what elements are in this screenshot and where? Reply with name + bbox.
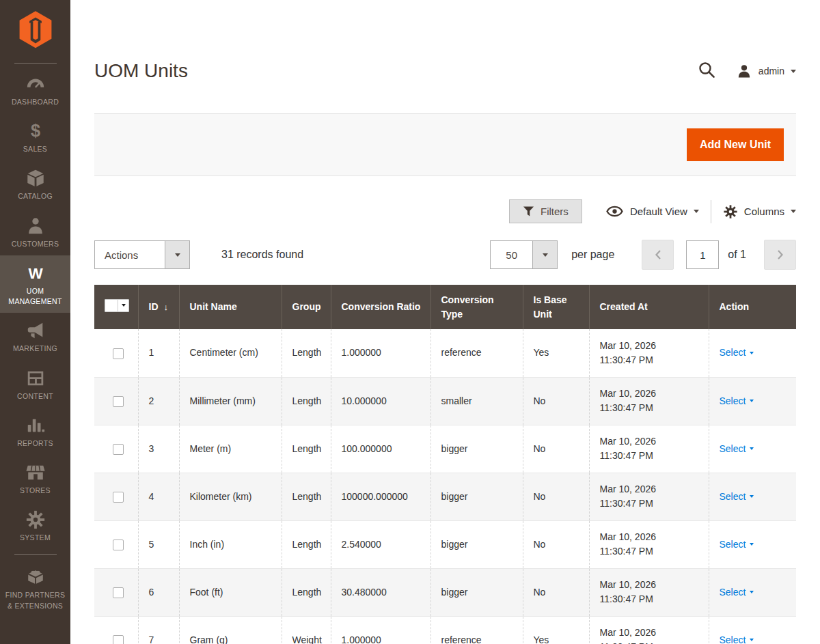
column-header-is-base-unit[interactable]: Is Base Unit bbox=[523, 285, 589, 329]
eye-icon bbox=[605, 204, 624, 219]
search-icon[interactable] bbox=[696, 59, 717, 83]
chevron-down-icon bbox=[791, 210, 796, 213]
catalog-icon bbox=[25, 168, 46, 188]
actions-dropdown[interactable]: Actions bbox=[94, 240, 190, 269]
row-checkbox[interactable] bbox=[113, 444, 124, 455]
sidebar-item-customers[interactable]: CUSTOMERS bbox=[0, 208, 70, 255]
select-action-link[interactable]: Select bbox=[720, 537, 754, 552]
row-checkbox[interactable] bbox=[113, 348, 124, 359]
select-action-link[interactable]: Select bbox=[720, 442, 754, 456]
row-checkbox[interactable] bbox=[113, 492, 124, 503]
sidebar-item-content[interactable]: CONTENT bbox=[0, 361, 70, 408]
created-date: Mar 10, 2026 bbox=[600, 387, 703, 401]
sidebar-item-label: CATALOG bbox=[18, 191, 53, 201]
sidebar: DASHBOARD $ SALES CATALOG CUSTOMERS W UO… bbox=[0, 0, 70, 644]
cell-conversion-ratio: 1.000000 bbox=[331, 616, 430, 644]
table-body: 1 Centimeter (cm) Length 1.000000 refere… bbox=[94, 329, 796, 644]
cell-action: Select bbox=[709, 616, 796, 644]
page-header: UOM Units admin bbox=[70, 0, 820, 85]
grid-actions-row: Actions 31 records found 50 per page of … bbox=[94, 240, 796, 270]
sidebar-item-find-partners-extensions[interactable]: FIND PARTNERS & EXTENSIONS bbox=[0, 559, 70, 617]
cell-created-at: Mar 10, 2026 11:30:47 PM bbox=[589, 329, 709, 377]
created-time: 11:30:47 PM bbox=[600, 544, 703, 559]
table-row: 5 Inch (in) Length 2.540000 bigger No Ma… bbox=[94, 520, 796, 568]
extensions-icon bbox=[25, 567, 46, 587]
row-checkbox[interactable] bbox=[113, 540, 124, 550]
column-header-conversion-type[interactable]: Conversion Type bbox=[430, 285, 523, 329]
sidebar-item-dashboard[interactable]: DASHBOARD bbox=[0, 66, 70, 113]
select-all-checkbox[interactable] bbox=[105, 300, 118, 311]
chevron-down-icon bbox=[750, 400, 754, 402]
sidebar-item-marketing[interactable]: MARKETING bbox=[0, 313, 70, 360]
table-row: 1 Centimeter (cm) Length 1.000000 refere… bbox=[94, 329, 796, 377]
per-page-label: per page bbox=[571, 249, 614, 261]
table-row: 7 Gram (g) Weight 1.000000 reference Yes… bbox=[94, 616, 796, 644]
select-action-link[interactable]: Select bbox=[720, 585, 754, 600]
cell-action: Select bbox=[709, 425, 796, 473]
cell-created-at: Mar 10, 2026 11:30:47 PM bbox=[589, 425, 709, 473]
admin-account-menu[interactable]: admin bbox=[736, 62, 796, 80]
select-all-dropdown[interactable] bbox=[105, 299, 129, 312]
reports-icon bbox=[25, 415, 46, 436]
sidebar-item-reports[interactable]: REPORTS bbox=[0, 408, 70, 455]
cell-is-base-unit: No bbox=[523, 377, 589, 425]
sidebar-item-uom-management[interactable]: W UOM MANAGEMENT bbox=[0, 255, 70, 313]
sidebar-item-system[interactable]: SYSTEM bbox=[0, 502, 70, 549]
page-number-input[interactable] bbox=[686, 240, 719, 269]
chevron-down-icon bbox=[750, 639, 754, 641]
header-actions: admin bbox=[696, 59, 796, 83]
chevron-down-icon bbox=[750, 543, 754, 546]
page-title: UOM Units bbox=[94, 57, 188, 85]
add-new-unit-button[interactable]: Add New Unit bbox=[687, 128, 784, 161]
cell-action: Select bbox=[709, 329, 796, 377]
cell-unit-name: Centimeter (cm) bbox=[179, 329, 282, 377]
cell-is-base-unit: No bbox=[523, 425, 589, 473]
admin-username: admin bbox=[758, 66, 784, 76]
created-time: 11:30:47 PM bbox=[600, 592, 703, 606]
cell-conversion-type: smaller bbox=[430, 377, 523, 425]
sidebar-item-catalog[interactable]: CATALOG bbox=[0, 160, 70, 208]
previous-page-button[interactable] bbox=[642, 240, 674, 270]
sidebar-item-label: SALES bbox=[23, 144, 47, 154]
default-view-selector[interactable]: Default View bbox=[605, 204, 699, 219]
marketing-icon bbox=[25, 320, 46, 341]
filters-button[interactable]: Filters bbox=[509, 199, 582, 223]
filter-funnel-icon bbox=[523, 206, 534, 217]
page-total-label: of 1 bbox=[728, 249, 746, 261]
magento-logo[interactable] bbox=[18, 0, 53, 63]
magento-logo-icon bbox=[18, 10, 53, 51]
row-checkbox[interactable] bbox=[113, 635, 124, 644]
select-action-link[interactable]: Select bbox=[720, 394, 754, 408]
gear-icon bbox=[723, 204, 738, 219]
select-action-link[interactable]: Select bbox=[720, 346, 754, 360]
main-content: UOM Units admin Add New Unit Filters bbox=[70, 0, 820, 644]
cell-action: Select bbox=[709, 568, 796, 616]
toolbar-divider bbox=[711, 200, 711, 223]
svg-text:$: $ bbox=[30, 122, 40, 141]
column-header-created-at[interactable]: Created At bbox=[589, 285, 709, 329]
chevron-left-icon bbox=[654, 249, 662, 261]
dashboard-icon bbox=[25, 74, 46, 94]
select-action-link[interactable]: Select bbox=[720, 633, 754, 644]
column-header-conversion-ratio[interactable]: Conversion Ratio bbox=[331, 285, 430, 329]
row-checkbox[interactable] bbox=[113, 587, 124, 598]
cell-is-base-unit: No bbox=[523, 520, 589, 568]
select-action-link[interactable]: Select bbox=[720, 490, 754, 504]
per-page-dropdown[interactable]: 50 bbox=[490, 240, 558, 269]
columns-selector[interactable]: Columns bbox=[723, 204, 796, 219]
cell-unit-name: Millimeter (mm) bbox=[179, 377, 282, 425]
column-header-group[interactable]: Group bbox=[282, 285, 331, 329]
column-header-id[interactable]: ID↓ bbox=[138, 285, 179, 329]
sidebar-divider bbox=[14, 63, 57, 64]
sidebar-item-stores[interactable]: STORES bbox=[0, 455, 70, 502]
uom-units-table: ID↓ Unit Name Group Conversion Ratio Con… bbox=[94, 285, 796, 644]
column-header-unit-name[interactable]: Unit Name bbox=[179, 285, 282, 329]
cell-action: Select bbox=[709, 520, 796, 568]
sidebar-item-sales[interactable]: $ SALES bbox=[0, 113, 70, 160]
cell-group: Length bbox=[282, 425, 331, 473]
next-page-button[interactable] bbox=[764, 240, 796, 270]
chevron-down-icon bbox=[750, 591, 754, 593]
sidebar-item-label: SYSTEM bbox=[20, 533, 51, 543]
cell-conversion-ratio: 2.540000 bbox=[331, 520, 430, 568]
row-checkbox[interactable] bbox=[113, 396, 124, 407]
